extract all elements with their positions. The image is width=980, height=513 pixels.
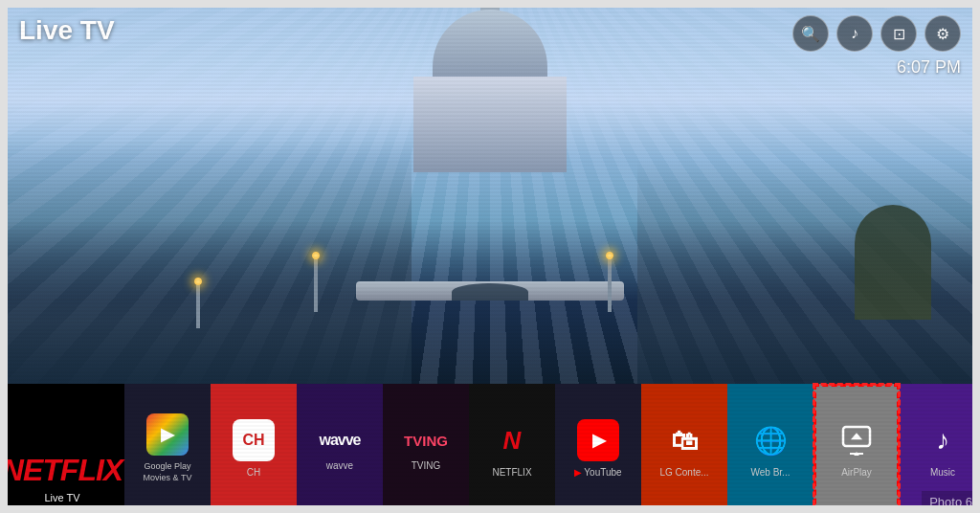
screen-mirror-button[interactable]: ⊡ xyxy=(880,15,917,52)
header-right: 🔍 ♪ ⊡ ⚙ 6:07 PM xyxy=(792,15,961,78)
app-bar: NETFLIX Live TV ▶ Google PlayMovies & TV… xyxy=(0,384,980,513)
airplay-label: AirPlay xyxy=(841,467,872,478)
google-play-icon: ▶ xyxy=(146,413,189,456)
lg-content-label: LG Conte... xyxy=(659,467,708,478)
top-notch xyxy=(442,0,538,8)
netflix-logo-big: NETFLIX xyxy=(2,453,122,488)
svg-marker-1 xyxy=(851,433,862,439)
tving-label: TVING xyxy=(412,460,441,471)
tving-icon: TVING xyxy=(397,426,455,455)
ch-label: CH xyxy=(247,467,260,478)
trees xyxy=(855,205,931,320)
music-label: Music xyxy=(930,467,955,478)
search-button[interactable]: 🔍 xyxy=(792,15,829,52)
tv-screen: Live TV 🔍 ♪ ⊡ ⚙ 6:07 PM NETFLIX Live TV … xyxy=(0,0,980,513)
street-light xyxy=(314,255,318,312)
netflix-tile[interactable]: N NETFLIX xyxy=(469,384,555,513)
web-browser-label: Web Br... xyxy=(751,467,791,478)
youtube-tile[interactable]: ▶ ▶YouTube xyxy=(555,384,641,513)
web-browser-tile[interactable]: 🌐 Web Br... xyxy=(727,384,813,513)
youtube-icon: ▶ xyxy=(577,419,619,461)
street-light xyxy=(196,280,200,328)
live-tv-label: Live TV xyxy=(44,492,79,503)
music-button[interactable]: ♪ xyxy=(836,15,873,52)
ch-icon: CH xyxy=(233,419,275,461)
store-icon: 🛍 xyxy=(663,419,705,461)
netflix-icon: N xyxy=(491,419,533,461)
top-icons: 🔍 ♪ ⊡ ⚙ xyxy=(792,15,961,52)
tving-tile[interactable]: TVING TVING xyxy=(383,384,469,513)
app-title: Live TV xyxy=(19,15,115,46)
header: Live TV 🔍 ♪ ⊡ ⚙ 6:07 PM xyxy=(0,0,980,93)
netflix-big-tile[interactable]: NETFLIX Live TV xyxy=(0,384,124,513)
globe-icon: 🌐 xyxy=(749,419,791,461)
google-play-tile[interactable]: ▶ Google PlayMovies & TV xyxy=(124,384,211,513)
wavve-tile[interactable]: wavve wavve xyxy=(297,384,383,513)
google-play-label: Google PlayMovies & TV xyxy=(144,461,192,483)
settings-button[interactable]: ⚙ xyxy=(924,15,961,52)
time-display: 6:07 PM xyxy=(897,57,961,78)
lg-content-tile[interactable]: 🛍 LG Conte... xyxy=(641,384,727,513)
airplay-tile[interactable]: AirPlay xyxy=(813,384,900,513)
buildings-left xyxy=(0,140,412,400)
ch-tile[interactable]: CH CH xyxy=(211,384,297,513)
street-light xyxy=(608,255,612,312)
music-app-icon: ♪ xyxy=(922,419,964,461)
youtube-label: ▶YouTube xyxy=(574,467,621,478)
wavve-icon: wavve xyxy=(311,426,368,455)
airplay-icon xyxy=(835,419,878,461)
photo-watermark: Photo 6 xyxy=(922,491,980,513)
wavve-label: wavve xyxy=(326,460,353,471)
netflix-label: NETFLIX xyxy=(492,467,531,478)
bridge xyxy=(356,281,624,301)
